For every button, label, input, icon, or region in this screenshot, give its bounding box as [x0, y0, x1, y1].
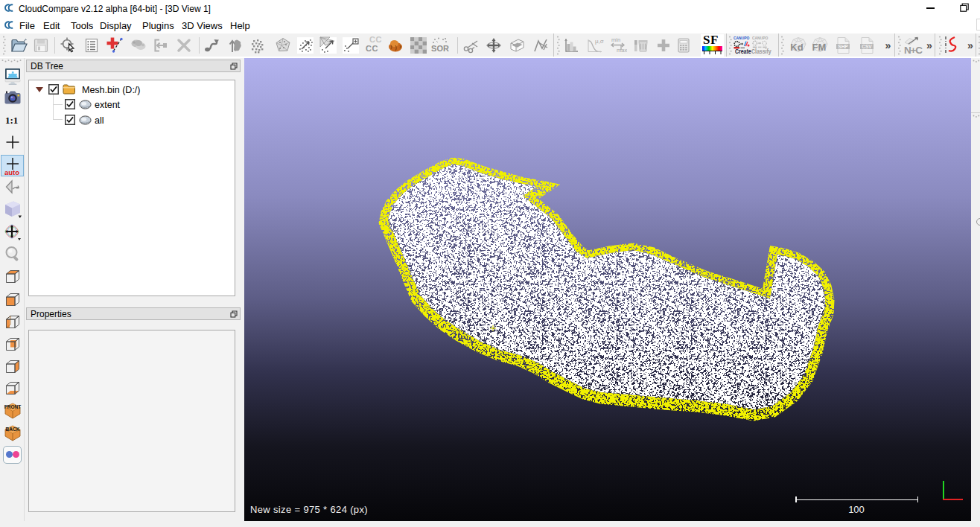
svg-text:FRONT: FRONT [4, 404, 20, 409]
svg-text:μ,σ: μ,σ [595, 38, 604, 45]
svg-text:max: max [617, 47, 627, 54]
svg-text:SHP: SHP [838, 44, 848, 49]
svg-text:min: min [611, 36, 620, 43]
svg-text:SOR: SOR [431, 44, 449, 53]
svg-text:CSV: CSV [862, 44, 872, 49]
svg-text:N+C: N+C [904, 45, 923, 56]
svg-text:FM: FM [812, 42, 827, 53]
svg-text:Kd: Kd [790, 42, 803, 53]
svg-text:BACK: BACK [5, 427, 19, 432]
